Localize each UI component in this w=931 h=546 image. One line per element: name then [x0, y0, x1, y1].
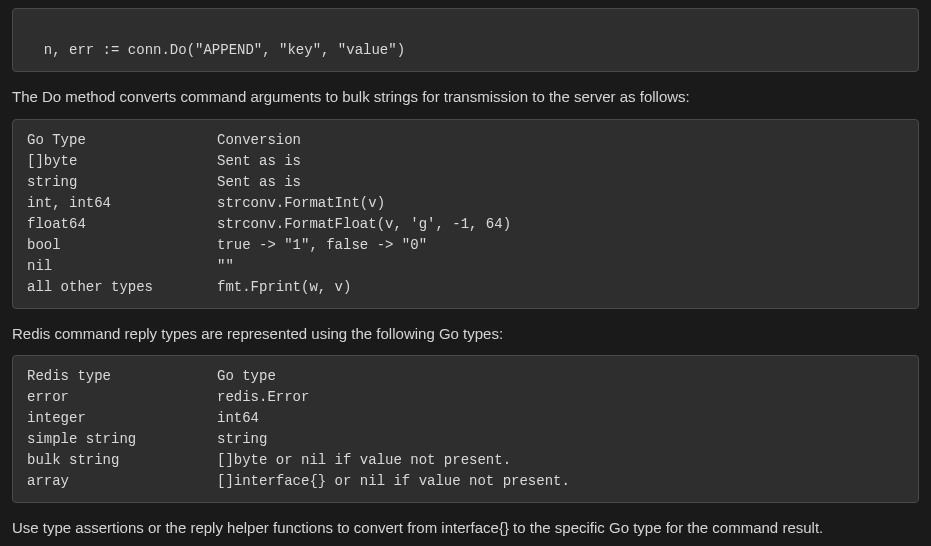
table-cell-right: Conversion — [217, 132, 301, 148]
table-cell-right: Go type — [217, 368, 276, 384]
table-cell-right: int64 — [217, 410, 259, 426]
reply-type-table: Redis typeGo typeerrorredis.Errorinteger… — [12, 355, 919, 503]
table-cell-left: bulk string — [27, 450, 217, 471]
paragraph-conversion-intro: The Do method converts command arguments… — [12, 86, 919, 109]
code-example-do: n, err := conn.Do("APPEND", "key", "valu… — [12, 8, 919, 72]
table-row: Go TypeConversion — [27, 130, 904, 151]
table-cell-right: []byte or nil if value not present. — [217, 452, 511, 468]
table-row: integerint64 — [27, 408, 904, 429]
table-row: stringSent as is — [27, 172, 904, 193]
table-row: booltrue -> "1", false -> "0" — [27, 235, 904, 256]
table-cell-right: Sent as is — [217, 153, 301, 169]
code-text: n, err := conn.Do("APPEND", "key", "valu… — [44, 42, 405, 58]
table-cell-left: array — [27, 471, 217, 492]
paragraph-type-assertions: Use type assertions or the reply helper … — [12, 517, 919, 540]
table-cell-left: all other types — [27, 277, 217, 298]
table-cell-right: "" — [217, 258, 234, 274]
conversion-table: Go TypeConversion[]byteSent as isstringS… — [12, 119, 919, 309]
table-cell-left: simple string — [27, 429, 217, 450]
table-row: []byteSent as is — [27, 151, 904, 172]
table-cell-left: float64 — [27, 214, 217, 235]
table-row: array[]interface{} or nil if value not p… — [27, 471, 904, 492]
table-cell-left: nil — [27, 256, 217, 277]
table-cell-right: strconv.FormatInt(v) — [217, 195, 385, 211]
table-cell-left: bool — [27, 235, 217, 256]
table-row: errorredis.Error — [27, 387, 904, 408]
table-cell-left: []byte — [27, 151, 217, 172]
table-row: simple stringstring — [27, 429, 904, 450]
table-cell-right: strconv.FormatFloat(v, 'g', -1, 64) — [217, 216, 511, 232]
table-cell-right: redis.Error — [217, 389, 309, 405]
table-row: nil"" — [27, 256, 904, 277]
table-row: float64strconv.FormatFloat(v, 'g', -1, 6… — [27, 214, 904, 235]
table-cell-right: true -> "1", false -> "0" — [217, 237, 427, 253]
table-row: bulk string[]byte or nil if value not pr… — [27, 450, 904, 471]
table-cell-right: []interface{} or nil if value not presen… — [217, 473, 570, 489]
table-cell-left: error — [27, 387, 217, 408]
table-cell-left: string — [27, 172, 217, 193]
table-cell-right: fmt.Fprint(w, v) — [217, 279, 351, 295]
table-cell-right: string — [217, 431, 267, 447]
table-cell-right: Sent as is — [217, 174, 301, 190]
table-cell-left: int, int64 — [27, 193, 217, 214]
table-row: int, int64strconv.FormatInt(v) — [27, 193, 904, 214]
table-row: Redis typeGo type — [27, 366, 904, 387]
table-cell-left: Go Type — [27, 130, 217, 151]
table-cell-left: integer — [27, 408, 217, 429]
paragraph-reply-intro: Redis command reply types are represente… — [12, 323, 919, 346]
table-row: all other typesfmt.Fprint(w, v) — [27, 277, 904, 298]
table-cell-left: Redis type — [27, 366, 217, 387]
